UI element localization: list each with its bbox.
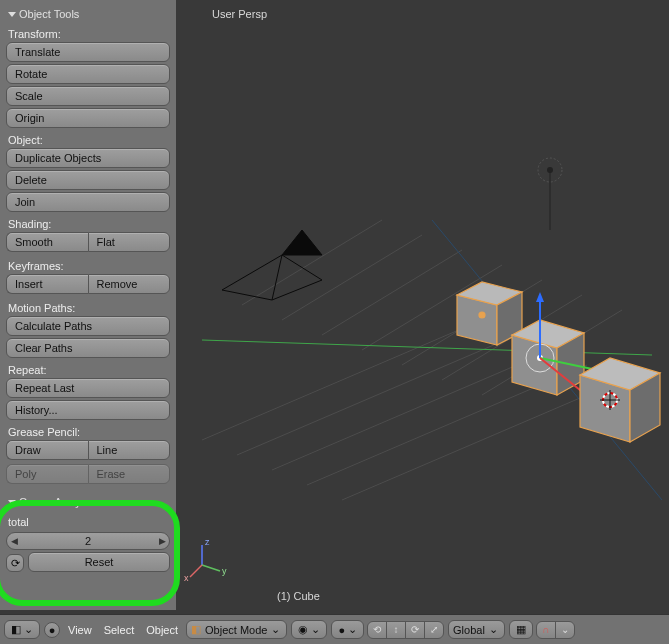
panel-title: Object Tools: [19, 8, 79, 20]
translate-button[interactable]: Translate: [6, 42, 170, 62]
label-grease-pencil: Grease Pencil:: [6, 422, 170, 440]
mode-label: Object Mode: [205, 624, 267, 636]
scale-button[interactable]: Scale: [6, 86, 170, 106]
smooth-button[interactable]: Smooth: [6, 232, 88, 252]
label-total: total: [6, 512, 170, 530]
join-button[interactable]: Join: [6, 192, 170, 212]
pivot-menu[interactable]: ● ⌄: [331, 620, 364, 639]
svg-line-1: [237, 335, 517, 455]
flat-button[interactable]: Flat: [88, 232, 171, 252]
viewport-object-label: (1) Cube: [277, 590, 320, 602]
reset-button[interactable]: Reset: [28, 552, 170, 572]
scale-manipulator[interactable]: ⤢: [424, 621, 444, 639]
origin-button[interactable]: Origin: [6, 108, 170, 128]
label-keyframes: Keyframes:: [6, 256, 170, 274]
label-object: Object:: [6, 130, 170, 148]
duplicate-button[interactable]: Duplicate Objects: [6, 148, 170, 168]
svg-marker-28: [536, 292, 544, 302]
cube-icon: ◧: [11, 623, 21, 636]
mode-select[interactable]: ◧ Object Mode ⌄: [186, 620, 287, 639]
poly-button[interactable]: Poly: [6, 464, 88, 484]
orientation-label: Global: [453, 624, 485, 636]
svg-line-5: [242, 220, 382, 305]
label-repeat: Repeat:: [6, 360, 170, 378]
3d-scene: z y x: [182, 0, 669, 610]
viewport-header: ◧ ⌄ ● View Select Object ◧ Object Mode ⌄…: [0, 614, 669, 644]
repeat-last-button[interactable]: Repeat Last: [6, 378, 170, 398]
chevron-down-icon: ⌄: [489, 623, 498, 636]
magnet-icon[interactable]: ∩: [536, 621, 556, 639]
chevron-down-icon: ⌄: [271, 623, 280, 636]
chevron-down-icon: ⌄: [24, 623, 33, 636]
label-transform: Transform:: [6, 24, 170, 42]
rotate-button[interactable]: Rotate: [6, 64, 170, 84]
panel-header-cursor-array[interactable]: Cursor Array: [6, 492, 170, 512]
chevron-down-icon: ⌄: [311, 623, 320, 636]
spinner-decrement-icon[interactable]: ◀: [7, 536, 21, 546]
svg-line-7: [322, 250, 462, 335]
svg-point-21: [479, 312, 485, 318]
axis-y-label: y: [222, 566, 227, 576]
cube-icon: ◧: [191, 623, 201, 636]
sphere-icon: ◉: [298, 623, 308, 636]
label-shading: Shading:: [6, 214, 170, 232]
3d-viewport[interactable]: User Persp: [182, 0, 669, 610]
translate-manipulator[interactable]: ↕: [386, 621, 406, 639]
svg-marker-12: [222, 255, 322, 300]
clear-paths-button[interactable]: Clear Paths: [6, 338, 170, 358]
editor-type-menu[interactable]: ◧ ⌄: [4, 620, 40, 639]
panel-header-object-tools[interactable]: Object Tools: [6, 4, 170, 24]
svg-line-13: [272, 255, 282, 300]
object-menu[interactable]: Object: [142, 624, 182, 636]
select-menu[interactable]: Select: [100, 624, 139, 636]
svg-line-2: [272, 350, 552, 470]
total-value: 2: [21, 535, 155, 547]
svg-line-0: [202, 320, 482, 440]
delete-button[interactable]: Delete: [6, 170, 170, 190]
svg-line-41: [202, 565, 220, 571]
snap-group: ∩ ⌄: [537, 621, 575, 639]
chevron-down-icon: ⌄: [348, 623, 357, 636]
snap-element-menu[interactable]: ⌄: [555, 621, 575, 639]
spinner-increment-icon[interactable]: ▶: [155, 536, 169, 546]
svg-marker-14: [282, 230, 322, 255]
tool-shelf: Object Tools Transform: Translate Rotate…: [0, 0, 176, 610]
insert-keyframe-button[interactable]: Insert: [6, 274, 88, 294]
remove-keyframe-button[interactable]: Remove: [88, 274, 171, 294]
lamp-gizmo: [538, 158, 562, 230]
total-spinner[interactable]: ◀ 2 ▶: [6, 532, 170, 550]
axis-z-label: z: [205, 537, 210, 547]
collapse-menus-icon[interactable]: ●: [44, 622, 60, 638]
viewport-shading-menu[interactable]: ◉ ⌄: [291, 620, 327, 639]
panel-title: Cursor Array: [19, 496, 81, 508]
rotate-manipulator[interactable]: ⟳: [405, 621, 425, 639]
refresh-icon[interactable]: ⟳: [6, 554, 24, 572]
dot-icon: ●: [338, 624, 345, 636]
axis-x-label: x: [184, 573, 189, 583]
label-motion-paths: Motion Paths:: [6, 298, 170, 316]
view-menu[interactable]: View: [64, 624, 96, 636]
history-button[interactable]: History...: [6, 400, 170, 420]
mini-axis-gizmo: z y x: [184, 537, 227, 583]
draw-button[interactable]: Draw: [6, 440, 88, 460]
svg-line-42: [190, 565, 202, 577]
erase-button[interactable]: Erase: [88, 464, 171, 484]
manipulator-toggle-group: ⟲ ↕ ⟳ ⤢: [368, 621, 444, 639]
layers-button[interactable]: ▦: [509, 620, 533, 639]
line-button[interactable]: Line: [88, 440, 171, 460]
orientation-select[interactable]: Global ⌄: [448, 620, 505, 639]
manipulator-toggle[interactable]: ⟲: [367, 621, 387, 639]
calculate-paths-button[interactable]: Calculate Paths: [6, 316, 170, 336]
